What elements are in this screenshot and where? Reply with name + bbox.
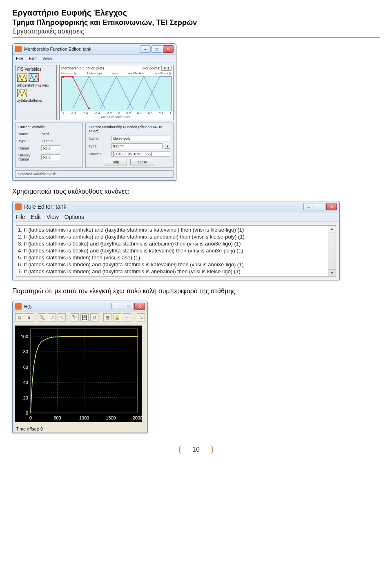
svg-text:60: 60 <box>23 365 28 370</box>
mf-menubar: File Edit View <box>13 55 176 62</box>
current-mf-panel: Current Membership Function (click on MF… <box>85 123 174 168</box>
plot-points-value[interactable]: 181 <box>161 66 172 71</box>
cmf-params-value[interactable]: [-1.45 -1.05 -0.95 -0.55] <box>111 151 170 157</box>
doc-title: Εργαστήριο Ευφυής Έλεγχος <box>12 8 380 18</box>
fis-variables-panel: FIS Variables athos-stathmis vrisi <box>15 65 57 120</box>
rule-item[interactable]: 6. If (lathos-stathmis is mhden) and (ta… <box>17 261 335 268</box>
cv-heading: Current Variable <box>18 125 80 129</box>
autoscale-icon[interactable]: 🔭 <box>71 313 79 321</box>
save-icon[interactable]: 💾 <box>80 313 89 321</box>
rule-item[interactable]: 7. If (lathos-stathmis is mhden) and (ta… <box>17 268 335 275</box>
fis-input1-icon[interactable] <box>17 74 27 82</box>
rule-list[interactable]: 1. If (lathos-stathmis is arnhtiko) and … <box>16 225 336 277</box>
plot-points-label: plot points: <box>143 66 160 70</box>
cv-range-label: Range <box>18 146 39 150</box>
close-button[interactable]: ✕ <box>326 203 337 210</box>
svg-text:2000: 2000 <box>133 415 142 420</box>
scrollbar[interactable]: ▲ ▼ <box>328 225 336 276</box>
maximize-button[interactable]: □ <box>123 303 134 310</box>
float-icon[interactable]: ▤ <box>103 313 111 321</box>
restore-icon[interactable]: ↺ <box>90 313 98 321</box>
scroll-up-icon[interactable]: ▲ <box>328 225 336 232</box>
cmf-heading: Current Membership Function (click on MF… <box>89 125 170 133</box>
ht-window: H(t) – □ ✕ ⎙ ≡ 🔍 ⤢ ⤡ 🔭 💾 ↺ ▤ 🔒 〰 ↘ <box>12 301 148 433</box>
menu-file[interactable]: File <box>16 56 23 61</box>
mf-name-4[interactable]: anoi3e-ligo <box>128 71 144 75</box>
scroll-down-icon[interactable]: ▼ <box>328 269 336 276</box>
svg-text:80: 80 <box>23 349 28 354</box>
zoom-x-icon[interactable]: ⤢ <box>48 313 56 321</box>
ht-toolbar: ⎙ ≡ 🔍 ⤢ ⤡ 🔭 💾 ↺ ▤ 🔒 〰 ↘ <box>13 312 147 323</box>
params-icon[interactable]: ≡ <box>25 313 33 321</box>
cmf-type-label: Type <box>89 144 109 148</box>
fis-input2-label: xythta-stathmis <box>17 98 55 103</box>
mf-name-1[interactable]: kleise-poly <box>61 71 77 75</box>
mf-chart[interactable] <box>61 76 172 111</box>
cv-disprange-value[interactable]: [-1 1] <box>41 154 60 160</box>
ht-plot[interactable]: 0500100015002000020406080100 <box>15 326 142 422</box>
maximize-button[interactable]: □ <box>315 203 325 210</box>
minimize-button[interactable]: – <box>140 45 151 53</box>
doc-section: Εργαστηριακές ασκήσεις <box>12 28 380 35</box>
svg-text:500: 500 <box>53 415 61 420</box>
mf-editor-window: Membership Function Editor: tank – □ ✕ F… <box>12 43 176 181</box>
fis-input2-icon[interactable] <box>17 89 27 97</box>
expand-icon[interactable]: ↘ <box>137 313 145 321</box>
para-rules-intro: Χρησιμοποιώ τους ακόλουθους κανόνες: <box>12 188 380 195</box>
rule-item[interactable]: 3. If (lathos-stathmis is 0etiko) and (t… <box>17 240 335 247</box>
signal-icon[interactable]: 〰 <box>123 313 131 321</box>
rule-item[interactable]: 2. If (lathos-stathmis is arnhtiko) and … <box>17 233 335 240</box>
svg-text:0: 0 <box>29 415 32 420</box>
lock-icon[interactable]: 🔒 <box>113 313 121 321</box>
mf-x-ticks: -1 -0.8 -0.6 -0.4 -0.2 0 0.2 0.4 0.6 0.8… <box>61 112 172 115</box>
rule-titlebar[interactable]: Rule Editor: tank – □ ✕ <box>13 201 339 212</box>
svg-text:1500: 1500 <box>106 415 116 420</box>
close-button[interactable]: ✕ <box>163 45 174 53</box>
rule-item[interactable]: 1. If (lathos-stathmis is arnhtiko) and … <box>17 226 335 233</box>
cv-range-value[interactable]: [-1 1] <box>41 145 60 151</box>
cmf-name-value[interactable]: kleise-poly <box>111 136 170 141</box>
mf-name-3[interactable]: ase <box>112 71 118 75</box>
menu-edit[interactable]: Edit <box>31 214 41 220</box>
rule-item[interactable]: 4. If (lathos-stathmis is 0etiko) and (t… <box>17 247 335 254</box>
mf-titlebar[interactable]: Membership Function Editor: tank – □ ✕ <box>13 44 176 55</box>
mf-plot-heading: Membership function plots <box>61 66 104 70</box>
menu-file[interactable]: File <box>16 214 25 220</box>
svg-text:100: 100 <box>21 334 28 339</box>
rule-item[interactable]: 5. If (lathos-stathmis is mhden) then (v… <box>17 254 335 261</box>
menu-view[interactable]: View <box>47 214 59 220</box>
maximize-button[interactable]: □ <box>151 45 162 53</box>
close-panel-button[interactable]: Close <box>130 159 155 165</box>
fis-row1-labels: athos-stathmis vrisi <box>17 83 55 87</box>
fis-heading: FIS Variables <box>17 67 55 71</box>
svg-rect-1 <box>72 76 74 78</box>
matlab-icon <box>15 203 22 210</box>
fis-output-icon[interactable] <box>29 73 39 82</box>
mf-status: Selected variable "vrisi" <box>15 170 174 178</box>
cv-type-value: output <box>41 138 59 143</box>
page-number: 10 <box>179 445 213 454</box>
matlab-icon <box>15 46 22 52</box>
cmf-params-label: Params <box>89 152 109 156</box>
svg-text:20: 20 <box>23 395 28 400</box>
ht-status: Time offset: 0 <box>13 425 147 433</box>
mf-name-2[interactable]: kleise-ligo <box>87 71 102 75</box>
minimize-button[interactable]: – <box>111 303 122 310</box>
menu-options[interactable]: Options <box>65 214 84 220</box>
close-button[interactable]: ✕ <box>134 303 145 310</box>
svg-rect-2 <box>88 108 90 109</box>
matlab-icon <box>15 303 22 310</box>
ht-titlebar[interactable]: H(t) – □ ✕ <box>13 301 147 312</box>
cv-disprange-label: Display Range <box>18 153 39 161</box>
page-footer: 10 <box>12 445 380 454</box>
cmf-type-value[interactable]: trapmf <box>111 143 163 149</box>
menu-view[interactable]: View <box>42 56 52 61</box>
zoom-in-icon[interactable]: 🔍 <box>38 313 46 321</box>
dropdown-icon[interactable]: ▾ <box>165 144 170 149</box>
mf-name-5[interactable]: anoi3e-poly <box>155 71 172 75</box>
minimize-button[interactable]: – <box>303 203 314 210</box>
zoom-y-icon[interactable]: ⤡ <box>58 313 66 321</box>
menu-edit[interactable]: Edit <box>29 56 37 61</box>
print-icon[interactable]: ⎙ <box>15 313 23 321</box>
help-button[interactable]: Help <box>104 159 127 165</box>
